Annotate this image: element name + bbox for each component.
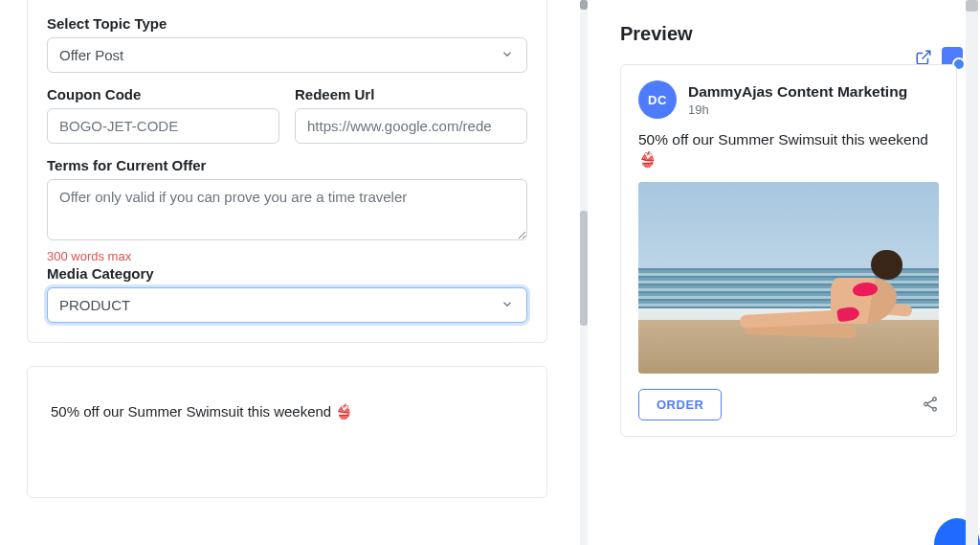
- order-button[interactable]: ORDER: [638, 389, 722, 420]
- svg-line-5: [927, 405, 933, 409]
- post-body-text: 50% off our Summer Swimsuit this weekend…: [638, 130, 939, 170]
- form-card-main: Select Topic Type Coupon Code Redeem Url: [27, 0, 547, 343]
- form-pane: Select Topic Type Coupon Code Redeem Url: [0, 0, 574, 545]
- media-category-select[interactable]: [47, 287, 527, 323]
- svg-point-1: [933, 397, 937, 401]
- topic-type-value[interactable]: [47, 37, 527, 73]
- redeem-url-label: Redeem Url: [295, 86, 527, 102]
- svg-point-3: [933, 408, 937, 412]
- svg-line-4: [927, 400, 933, 404]
- post-image: [638, 182, 939, 374]
- business-name: DammyAjas Content Marketing: [688, 83, 907, 101]
- preview-heading: Preview: [620, 23, 957, 45]
- post-text[interactable]: 50% off our Summer Swimsuit this weekend…: [47, 382, 527, 478]
- media-category-value[interactable]: [47, 287, 527, 323]
- coupon-code-label: Coupon Code: [47, 86, 279, 102]
- media-category-label: Media Category: [47, 265, 527, 282]
- coupon-code-input[interactable]: [47, 108, 279, 144]
- terms-textarea[interactable]: [47, 179, 527, 240]
- terms-label: Terms for Current Offer: [47, 157, 527, 173]
- preview-pane: Preview DC DammyAjas Content Marketing 1…: [593, 0, 980, 545]
- avatar: DC: [638, 80, 677, 119]
- page-scrollbar-thumb[interactable]: [966, 0, 978, 11]
- inner-scrollbar[interactable]: [574, 0, 593, 545]
- svg-point-2: [924, 403, 928, 407]
- post-timestamp: 19h: [688, 102, 907, 117]
- topic-type-select[interactable]: [47, 37, 527, 73]
- redeem-url-input[interactable]: [295, 108, 527, 144]
- terms-hint: 300 words max: [47, 249, 527, 263]
- share-icon[interactable]: [922, 396, 939, 413]
- svg-line-0: [923, 51, 930, 58]
- topic-type-label: Select Topic Type: [47, 15, 527, 32]
- preview-card: DC DammyAjas Content Marketing 19h 50% o…: [620, 64, 957, 437]
- page-scrollbar-track[interactable]: [966, 0, 978, 545]
- form-card-post-text: 50% off our Summer Swimsuit this weekend…: [27, 366, 547, 498]
